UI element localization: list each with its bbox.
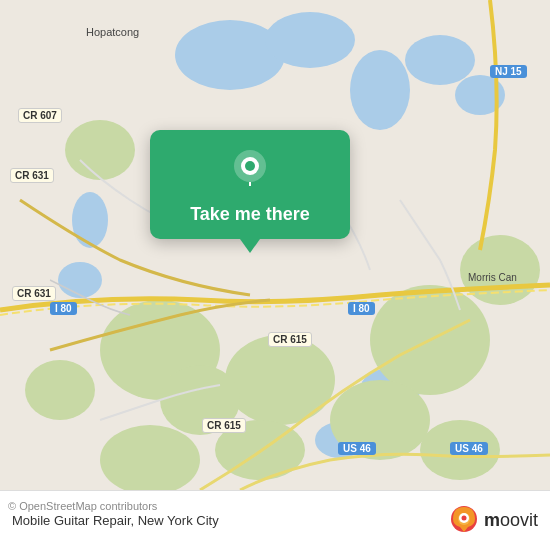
popup-label: Take me there [190, 204, 310, 225]
map-svg [0, 0, 550, 490]
highway-label-us46a: US 46 [338, 442, 376, 455]
moovit-logo: moovit [450, 505, 538, 537]
popup-card[interactable]: Take me there [150, 130, 350, 239]
highway-label-nj: NJ 15 [490, 65, 527, 78]
moovit-text: moovit [484, 510, 538, 531]
footer: © OpenStreetMap contributors Mobile Guit… [0, 490, 550, 550]
place-label-morris: Morris Can [468, 272, 517, 283]
road-label-cr615a: CR 615 [268, 332, 312, 347]
map-container: Take me there CR 607 CR 631 CR 631 CR 61… [0, 0, 550, 490]
svg-point-23 [245, 161, 255, 171]
svg-point-11 [225, 335, 335, 425]
footer-app-name: Mobile Guitar Repair, New York City [12, 513, 440, 528]
svg-point-6 [72, 192, 108, 248]
place-label-hopatcong: Hopatcong [86, 26, 139, 38]
road-label-cr607: CR 607 [18, 108, 62, 123]
svg-point-3 [350, 50, 410, 130]
road-label-cr631a: CR 631 [10, 168, 54, 183]
highway-label-us46b: US 46 [450, 442, 488, 455]
highway-label-i80a: I 80 [50, 302, 77, 315]
highway-label-i80b: I 80 [348, 302, 375, 315]
svg-point-28 [461, 515, 466, 520]
road-label-cr631b: CR 631 [12, 286, 56, 301]
copyright-text: © OpenStreetMap contributors [8, 500, 157, 512]
svg-point-4 [405, 35, 475, 85]
svg-point-17 [25, 360, 95, 420]
road-label-cr615b: CR 615 [202, 418, 246, 433]
location-pin-icon [226, 146, 274, 194]
moovit-pin-icon [450, 505, 478, 537]
svg-point-2 [265, 12, 355, 68]
svg-point-7 [58, 262, 102, 298]
svg-point-14 [65, 120, 135, 180]
